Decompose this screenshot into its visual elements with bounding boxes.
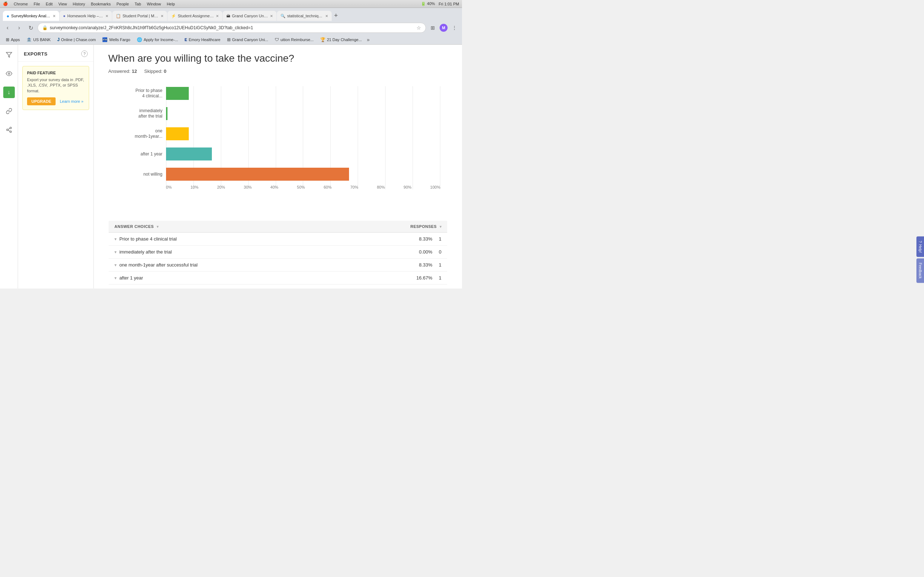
- chevron-down-icon[interactable]: ▾: [115, 276, 116, 280]
- menu-bookmarks[interactable]: Bookmarks: [91, 2, 111, 6]
- bookmark-gcu[interactable]: ⊞ Grand Canyon Uni...: [224, 36, 271, 43]
- bookmark-21day-label: 21 Day Challenge...: [327, 37, 362, 42]
- tab-favicon: 📋: [116, 14, 121, 18]
- tab-close[interactable]: ✕: [161, 14, 163, 18]
- chart-bar-2: [166, 107, 168, 120]
- sidebar-eye-icon[interactable]: [3, 68, 15, 79]
- tab-close[interactable]: ✕: [270, 14, 273, 18]
- tab-label: SurveyMonkey Analy...: [11, 14, 51, 18]
- bookmark-star-icon[interactable]: ☆: [417, 25, 421, 31]
- chart-label-1: Prior to phase4 clinical...: [107, 88, 162, 99]
- response-count: 8: [439, 288, 441, 288]
- question-meta: Answered: 12 Skipped: 0: [108, 69, 447, 74]
- x-label-0: 0%: [166, 185, 172, 189]
- chevron-down-icon[interactable]: ▾: [115, 263, 116, 268]
- profile-button[interactable]: M: [439, 23, 448, 32]
- reload-button[interactable]: ↻: [26, 23, 36, 32]
- col-responses[interactable]: RESPONSES ▾: [312, 221, 447, 233]
- chart-bar-4: [166, 148, 212, 161]
- x-label-70: 70%: [350, 185, 358, 189]
- new-tab-button[interactable]: +: [332, 12, 340, 19]
- bookmark-tuition[interactable]: 🛡 uition Reimburse...: [272, 36, 317, 43]
- menu-people[interactable]: People: [116, 2, 129, 6]
- macos-menubar: 🍎 Chrome File Edit View History Bookmark…: [0, 0, 462, 8]
- x-label-90: 90%: [404, 185, 412, 189]
- menu-tab[interactable]: Tab: [135, 2, 141, 6]
- address-field[interactable]: 🔒 surveymonkey.com/analyze/J_2FnKRSh8cJh…: [37, 23, 426, 33]
- chart-row-2: immediatelyafter the trial: [108, 106, 440, 121]
- tab-close[interactable]: ✕: [325, 14, 328, 18]
- chevron-down-icon[interactable]: ▾: [115, 237, 116, 242]
- gcu-icon: ⊞: [227, 37, 231, 42]
- tab-grand-canyon[interactable]: 🏔 Grand Canyon Unive... ✕: [223, 11, 276, 21]
- exports-help-button[interactable]: ?: [81, 50, 88, 57]
- tab-favicon: 🔍: [281, 14, 286, 18]
- answer-cell: ▾ Prior to phase 4 clinical trial: [109, 233, 312, 246]
- tab-statistical[interactable]: 🔍 statistical_technique... ✕: [277, 11, 332, 21]
- tab-student-portal[interactable]: 📋 Student Portal | Main... ✕: [112, 11, 167, 21]
- bookmarks-more[interactable]: »: [367, 37, 370, 43]
- chart-row-3: onemonth-1year...: [108, 127, 440, 141]
- chart-bar-1: [166, 87, 189, 100]
- col-answer-choices[interactable]: ANSWER CHOICES ▾: [109, 221, 312, 233]
- svg-line-5: [8, 130, 10, 131]
- svg-marker-0: [6, 52, 11, 57]
- question-title: When are you willing to take the vaccine…: [108, 52, 447, 65]
- chevron-down-icon[interactable]: ▾: [115, 250, 116, 255]
- menu-help[interactable]: Help: [167, 2, 175, 6]
- sidebar-share-icon[interactable]: [3, 124, 15, 135]
- chart-row-1: Prior to phase4 clinical...: [108, 86, 440, 101]
- menu-button[interactable]: ⋮: [450, 23, 459, 32]
- lock-icon: 🔒: [42, 25, 48, 30]
- tuition-icon: 🛡: [275, 37, 279, 42]
- response-cell: 0.00% 0: [312, 246, 447, 259]
- emory-icon: E: [184, 37, 187, 42]
- answer-sort-icon[interactable]: ▾: [157, 225, 159, 229]
- browser-chrome: ● SurveyMonkey Analy... ✕ ● Homework Hel…: [0, 8, 462, 45]
- sidebar-download-button[interactable]: ↓: [3, 87, 15, 98]
- tab-close[interactable]: ✕: [216, 14, 219, 18]
- x-label-80: 80%: [377, 185, 385, 189]
- response-percent: 16.67%: [417, 275, 432, 280]
- menu-window[interactable]: Window: [147, 2, 161, 6]
- bookmark-usbank[interactable]: 🏦 US BANK: [23, 36, 53, 43]
- tab-homework[interactable]: ● Homework Help – Q&... ✕: [60, 11, 112, 21]
- sidebar-link-icon[interactable]: [3, 105, 15, 117]
- answer-cell: ▾ not willing: [109, 285, 312, 288]
- learn-more-link[interactable]: Learn more »: [60, 99, 83, 103]
- menu-history[interactable]: History: [73, 2, 85, 6]
- menu-view[interactable]: View: [58, 2, 67, 6]
- extensions-button[interactable]: ⊞: [428, 23, 438, 32]
- responses-sort-icon[interactable]: ▾: [439, 225, 442, 229]
- bookmark-wellsfargo[interactable]: 🏧 Wells Fargo: [99, 36, 133, 43]
- tab-student-assignment[interactable]: ⚡ Student Assignment... ✕: [168, 11, 222, 21]
- bookmark-wellsfargo-label: Wells Fargo: [109, 37, 130, 42]
- upgrade-button[interactable]: UPGRADE: [27, 97, 56, 105]
- table-row: ▾ immediately after the trial 0.00% 0: [109, 246, 447, 259]
- menu-edit[interactable]: Edit: [46, 2, 53, 6]
- back-button[interactable]: ‹: [3, 23, 12, 32]
- forward-button[interactable]: ›: [15, 23, 24, 32]
- bookmark-chase-label: Online | Chase.com: [61, 37, 96, 42]
- table-header-row: ANSWER CHOICES ▾ RESPONSES ▾: [109, 221, 447, 233]
- exports-title: EXPORTS: [24, 51, 48, 56]
- bookmark-emory[interactable]: E Emory Healthcare: [181, 37, 223, 43]
- menu-file[interactable]: File: [34, 2, 40, 6]
- tab-close[interactable]: ✕: [105, 14, 108, 18]
- x-label-20: 20%: [217, 185, 225, 189]
- bookmark-21day[interactable]: 🏆 21 Day Challenge...: [317, 36, 365, 43]
- paid-feature-title: PAID FEATURE: [27, 71, 84, 75]
- sidebar-filter-icon[interactable]: [3, 49, 15, 61]
- bookmark-income[interactable]: 🌐 Apply for Income-...: [134, 36, 181, 43]
- tab-favicon: ●: [6, 13, 10, 19]
- x-label-30: 30%: [244, 185, 252, 189]
- menu-chrome[interactable]: Chrome: [14, 2, 28, 6]
- x-label-60: 60%: [324, 185, 332, 189]
- tab-close[interactable]: ✕: [53, 14, 56, 18]
- bookmark-chase[interactable]: J Online | Chase.com: [54, 36, 99, 43]
- table-row: ▾ Prior to phase 4 clinical trial 8.33% …: [109, 233, 447, 246]
- tab-surveymonkey[interactable]: ● SurveyMonkey Analy... ✕: [3, 11, 59, 21]
- bookmark-apps[interactable]: ⊞ Apps: [3, 36, 23, 43]
- usbank-icon: 🏦: [26, 37, 32, 42]
- apple-menu[interactable]: 🍎: [3, 2, 8, 6]
